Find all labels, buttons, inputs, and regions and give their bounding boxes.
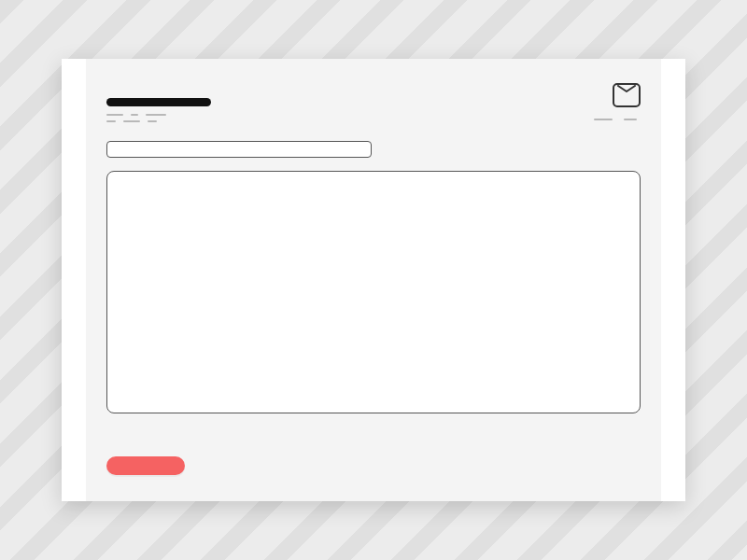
meta-chip [148, 120, 157, 122]
meta-chip [146, 114, 166, 116]
subject-input[interactable] [106, 141, 372, 158]
send-button[interactable] [106, 456, 185, 475]
mail-icon[interactable] [613, 83, 641, 107]
meta-chip [131, 114, 138, 116]
meta-row-1 [106, 114, 641, 116]
meta-right [594, 119, 637, 120]
meta-chip [123, 120, 140, 122]
compose-card [62, 59, 685, 501]
meta-chip [624, 119, 637, 120]
body-textarea[interactable] [106, 171, 641, 413]
sheet-edge-left [62, 59, 86, 501]
sheet-edge-right [661, 59, 685, 501]
meta-chip [106, 114, 123, 116]
meta-chip [594, 119, 613, 120]
meta-chip [106, 120, 116, 122]
page-title [106, 98, 211, 106]
meta-row-2 [106, 120, 641, 122]
compose-content [106, 92, 641, 479]
